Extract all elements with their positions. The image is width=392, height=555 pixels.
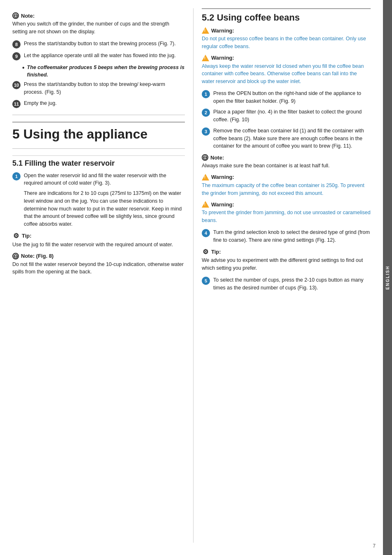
step-52-3: 3 Remove the coffee bean container lid (…	[202, 127, 371, 150]
warning-icon-3	[202, 174, 209, 180]
warning-2-header: Warning:	[202, 55, 371, 61]
step-52-5-badge: 5	[202, 277, 210, 285]
tip-grind-settings-text: We advise you to experiment with the dif…	[202, 257, 371, 272]
step-51-1-badge: 1	[12, 172, 21, 180]
section5-title: 5 Using the appliance	[12, 122, 185, 142]
section52-title: 5.2 Using coffee beans	[202, 8, 371, 23]
note-half-full: ⊖ Note: Always make sure the bean contai…	[202, 154, 371, 170]
step-51-1-text: Open the water reservoir lid and fill th…	[24, 173, 166, 186]
bullet-beeps-text: The coffeemaker produces 5 beeps when th…	[27, 64, 185, 79]
warning-2-text: Always keep the water reservoir lid clos…	[202, 62, 371, 86]
warning-3-text: The maximum capacity of the coffee bean …	[202, 182, 371, 197]
step-52-3-text: Remove the coffee bean container lid (1)…	[213, 127, 371, 150]
tip-jug-fill: ⚙ Tip: Use the jug to fill the water res…	[12, 232, 185, 249]
tip-2-header: ⚙ Tip:	[202, 248, 371, 255]
step-52-4-badge: 4	[202, 229, 210, 237]
step-52-2: 2 Place a paper filter (no. 4) in the fi…	[202, 108, 371, 124]
step-11-badge: 11	[12, 100, 21, 108]
note-fig8-text: Do not fill the water reservoir beyond t…	[12, 261, 185, 276]
tip-jug-fill-text: Use the jug to fill the water reservoir …	[12, 241, 185, 249]
warning-2-header-text: Warning:	[211, 55, 234, 61]
step-11-text: Empty the jug.	[24, 99, 57, 107]
step-9-text: Let the appliance operate until all the …	[24, 52, 176, 60]
step-9: 9 Let the appliance operate until all th…	[12, 52, 185, 60]
tip-grind-settings: ⚙ Tip: We advise you to experiment with …	[202, 248, 371, 272]
sidebar-tab: ENGLISH	[383, 0, 392, 555]
warning-1-text: Do not put espresso coffee beans in the …	[202, 35, 371, 51]
divider-section5	[12, 115, 185, 115]
note-fig8-header-text: Note: (Fig. 8)	[21, 253, 53, 259]
bullet-dot: •	[22, 64, 25, 72]
warning-reservoir-lid: Warning: Always keep the water reservoir…	[202, 55, 371, 86]
warning-icon-2	[202, 55, 209, 61]
warning-icon-1	[202, 27, 209, 34]
note-2-header-text: Note:	[210, 155, 224, 161]
step-52-1-badge: 1	[202, 90, 210, 98]
step-10-text: Press the start/standby button to stop t…	[24, 81, 185, 96]
step-52-2-text: Place a paper filter (no. 4) in the filt…	[213, 108, 371, 124]
warning-unroasted: Warning: To prevent the grinder from jam…	[202, 201, 371, 224]
tip-header: ⚙ Tip:	[12, 232, 185, 240]
step-8-text: Press the start/standby button to start …	[24, 40, 176, 48]
note-icon: ⊖	[12, 12, 19, 19]
step-51-1: 1 Open the water reservoir lid and fill …	[12, 172, 185, 228]
main-content: ⊖ Note: When you switch off the grinder,…	[0, 0, 383, 555]
tip-2-header-text: Tip:	[211, 249, 221, 255]
warning-4-header: Warning:	[202, 201, 371, 208]
step-52-4: 4 Turn the grind selection knob to selec…	[202, 229, 371, 244]
divider-section51	[12, 148, 185, 149]
step-52-5: 5 To select the number of cups, press th…	[202, 276, 371, 292]
note-half-full-text: Always make sure the bean container is a…	[202, 162, 371, 170]
step-52-2-badge: 2	[202, 109, 210, 117]
page-wrapper: ENGLISH ⊖ Note: When you switch off the …	[0, 0, 392, 555]
section51-title: 5.1 Filling the water reservoir	[12, 155, 185, 168]
note-fig8-header: ⊖ Note: (Fig. 8)	[12, 253, 185, 259]
tip-header-text: Tip:	[22, 233, 32, 239]
page-number: 7	[373, 543, 376, 549]
note-grinder-off-text: When you switch off the grinder, the num…	[12, 20, 185, 36]
step-11: 11 Empty the jug.	[12, 99, 185, 108]
sidebar-label: ENGLISH	[385, 266, 390, 289]
step-52-4-text: Turn the grind selection knob to select …	[213, 229, 371, 244]
warning-1-header-text: Warning:	[211, 28, 234, 34]
step-52-1-text: Press the OPEN button on the right-hand …	[213, 90, 371, 105]
step-8-badge: 8	[12, 40, 21, 49]
tip-gear-icon: ⚙	[12, 232, 20, 240]
note-header-text: Note:	[21, 13, 35, 19]
warning-3-header-text: Warning:	[211, 174, 234, 180]
right-column: 5.2 Using coffee beans Warning: Do not p…	[193, 8, 371, 543]
step-9-badge: 9	[12, 52, 21, 60]
step-8: 8 Press the start/standby button to star…	[12, 40, 185, 49]
note-icon-3: ⊖	[202, 154, 208, 161]
warning-4-text: To prevent the grinder from jamming, do …	[202, 209, 371, 224]
note-2-header: ⊖ Note:	[202, 154, 371, 161]
note-header: ⊖ Note:	[12, 12, 185, 19]
warning-4-header-text: Warning:	[211, 201, 234, 208]
step-10-badge: 10	[12, 81, 21, 89]
step-52-1: 1 Press the OPEN button on the right-han…	[202, 90, 371, 105]
left-column: ⊖ Note: When you switch off the grinder,…	[12, 8, 185, 543]
step-10: 10 Press the start/standby button to sto…	[12, 81, 185, 96]
tip-gear-icon-2: ⚙	[202, 248, 209, 255]
warning-espresso: Warning: Do not put espresso coffee bean…	[202, 27, 371, 51]
bullet-beeps: • The coffeemaker produces 5 beeps when …	[22, 64, 185, 79]
step-51-1-subtext: There are indications for 2 to 10 cups (…	[24, 190, 185, 228]
note-fig8: ⊖ Note: (Fig. 8) Do not fill the water r…	[12, 253, 185, 276]
step-52-3-badge: 3	[202, 127, 210, 136]
note-icon-2: ⊖	[12, 253, 19, 259]
warning-1-header: Warning:	[202, 27, 371, 34]
warning-max-capacity: Warning: The maximum capacity of the cof…	[202, 174, 371, 197]
warning-icon-4	[202, 201, 209, 208]
warning-3-header: Warning:	[202, 174, 371, 180]
step-52-5-text: To select the number of cups, press the …	[213, 276, 371, 292]
note-grinder-off: ⊖ Note: When you switch off the grinder,…	[12, 12, 185, 36]
